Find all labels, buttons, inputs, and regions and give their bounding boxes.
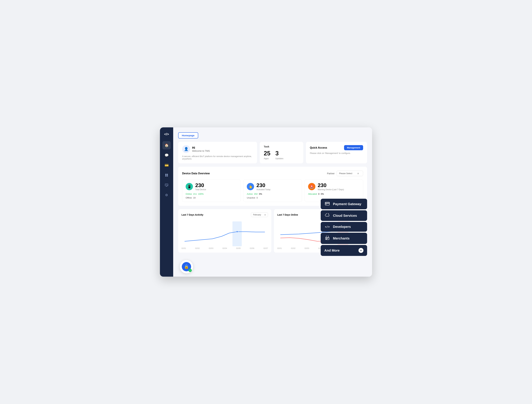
task-updates-count: 3 bbox=[275, 150, 283, 157]
welcome-hi: Hi bbox=[192, 146, 210, 150]
svg-rect-13 bbox=[326, 238, 327, 239]
welcome-subtitle: Welcome to TMS bbox=[192, 150, 210, 152]
task-updates: 3 Updates bbox=[275, 150, 283, 160]
svg-rect-15 bbox=[326, 239, 327, 240]
sidebar: </> 🏠 💬 💳 ⚙ bbox=[160, 127, 173, 277]
device-overview-header: Device Data Overview Partner Please Sele… bbox=[182, 171, 363, 176]
sidebar-item-card[interactable]: 💳 bbox=[162, 161, 171, 169]
svg-rect-3 bbox=[167, 175, 168, 176]
cloud-services-label: Cloud Services bbox=[333, 214, 357, 218]
device-stat-total: 📱 230 Total Device Online 211 100% bbox=[182, 180, 241, 202]
task-apps-label: Apps bbox=[264, 157, 270, 160]
sidebar-logo: </> bbox=[163, 131, 171, 138]
developers-icon: </> bbox=[324, 225, 330, 228]
activated-icon: 👆 bbox=[247, 183, 254, 190]
activity-x-labels: 02/01 02/02 02/03 02/04 02/05 02/06 02/0… bbox=[182, 247, 268, 249]
activity-chart-card: Last 7 Days Activity February ∧ bbox=[178, 209, 271, 253]
x-label-0203: 02/03 bbox=[209, 247, 214, 249]
device-stat-warning: 🚨 230 Warning Device (Last 7 Days) Alloc… bbox=[305, 180, 363, 202]
overlay-cloud-services[interactable]: Cloud Services bbox=[321, 210, 367, 221]
payment-gateway-label: Payment Gateway bbox=[333, 202, 361, 206]
active-count: 202 bbox=[254, 193, 258, 195]
active-stat: Active 202 0% bbox=[247, 193, 262, 195]
activity-month-text: February bbox=[253, 214, 261, 216]
user-avatar: 👤 bbox=[182, 145, 190, 153]
merchants-icon bbox=[324, 236, 330, 241]
warning-label: Warning Device (Last 7 Days) bbox=[318, 188, 344, 191]
lock-icon: 🔒 ✓ bbox=[182, 262, 191, 271]
unactive-stat: Unactive 0 bbox=[247, 197, 258, 199]
task-apps: 25 Apps bbox=[264, 150, 270, 160]
svg-rect-14 bbox=[327, 238, 328, 239]
sidebar-item-settings[interactable]: ⚙ bbox=[162, 191, 171, 199]
welcome-header: 👤 Hi Welcome to TMS bbox=[182, 145, 253, 153]
activity-chart-area bbox=[182, 220, 268, 246]
activity-month-select[interactable]: February ∧ bbox=[251, 212, 268, 217]
x-label-0202: 02/02 bbox=[195, 247, 200, 249]
ol-x-label-0202: 02/02 bbox=[291, 247, 296, 249]
svg-rect-0 bbox=[165, 174, 166, 175]
sidebar-item-grid[interactable] bbox=[162, 171, 171, 179]
overlay-developers[interactable]: </> Developers bbox=[321, 222, 367, 232]
svg-rect-9 bbox=[325, 202, 329, 205]
unactive-count: 0 bbox=[257, 197, 258, 199]
svg-rect-10 bbox=[325, 203, 329, 204]
partner-select-text: Please Select bbox=[339, 172, 352, 175]
partner-label: Partner bbox=[327, 172, 335, 175]
warning-count: 230 bbox=[318, 182, 344, 188]
quick-access-description: Please click on 'Management' to configur… bbox=[310, 152, 363, 154]
allocated-stat: Allocated 0 0% bbox=[308, 193, 324, 195]
online-count: 211 bbox=[193, 193, 197, 195]
active-label: Active bbox=[247, 193, 253, 195]
allocated-sub: Allocated 0 0% bbox=[308, 193, 360, 195]
svg-rect-6 bbox=[233, 221, 242, 246]
device-stat-activated: 👆 230 Activated Today Active 202 0% bbox=[243, 180, 302, 202]
device-stat-total-header: 📱 230 Total Device bbox=[186, 182, 237, 191]
x-label-0204: 02/04 bbox=[222, 247, 227, 249]
lock-badge[interactable]: 🔒 ✓ bbox=[180, 260, 193, 273]
svg-rect-1 bbox=[167, 174, 168, 175]
total-device-label: Total Device bbox=[195, 188, 206, 191]
and-more-plus-icon: + bbox=[359, 248, 363, 253]
management-button[interactable]: Management bbox=[344, 145, 363, 150]
payment-gateway-icon bbox=[324, 202, 330, 206]
activity-chart-title: Last 7 Days Activity bbox=[182, 213, 203, 216]
main-content: Homepage 👤 Hi Welcome to TMS A secure, e… bbox=[173, 127, 372, 277]
offline-count: 19 bbox=[193, 197, 195, 199]
offline-stat: Offline 19 bbox=[186, 197, 196, 199]
total-device-sub: Online 211 100% bbox=[186, 193, 237, 195]
svg-point-7 bbox=[236, 231, 238, 232]
ol-x-label-0203: 02/03 bbox=[305, 247, 309, 249]
activated-count: 230 bbox=[256, 182, 271, 188]
tab-bar: Homepage bbox=[178, 132, 367, 139]
partner-select[interactable]: Please Select ∧ bbox=[337, 171, 363, 176]
task-title: Task bbox=[264, 145, 299, 148]
device-overview-title: Device Data Overview bbox=[182, 172, 210, 175]
sidebar-item-monitor[interactable] bbox=[162, 181, 171, 189]
sidebar-item-chat[interactable]: 💬 bbox=[162, 151, 171, 159]
top-cards-row: 👤 Hi Welcome to TMS A secure, efficient … bbox=[178, 142, 367, 163]
online-label: Online bbox=[186, 193, 192, 195]
task-stats: 25 Apps 3 Updates bbox=[264, 150, 299, 160]
offline-stat-row: Offline 19 bbox=[186, 197, 237, 199]
welcome-description: A secure, efficient BIoT platform for re… bbox=[182, 155, 253, 160]
overlay-and-more[interactable]: And More + bbox=[321, 245, 367, 256]
overlay-merchants[interactable]: Merchants bbox=[321, 233, 367, 244]
allocated-label: Allocated bbox=[308, 193, 317, 195]
welcome-card: 👤 Hi Welcome to TMS A secure, efficient … bbox=[178, 142, 257, 163]
total-device-count: 230 bbox=[195, 182, 206, 188]
overlay-payment-gateway[interactable]: Payment Gateway bbox=[321, 199, 367, 209]
merchants-label: Merchants bbox=[333, 237, 349, 240]
total-device-icon: 📱 bbox=[186, 183, 193, 190]
overlay-menu: Payment Gateway Cloud Services </> Devel… bbox=[321, 199, 367, 256]
chevron-down-icon: ∧ bbox=[357, 172, 359, 175]
cloud-services-icon bbox=[324, 213, 330, 218]
activated-sub: Active 202 0% bbox=[247, 193, 298, 195]
quick-access-header: Quick Access Management bbox=[310, 145, 363, 150]
ol-x-label-0201: 02/01 bbox=[277, 247, 282, 249]
tab-homepage[interactable]: Homepage bbox=[178, 132, 198, 139]
svg-rect-11 bbox=[326, 204, 327, 205]
sidebar-item-home[interactable]: 🏠 bbox=[162, 141, 171, 149]
x-label-0206: 02/06 bbox=[250, 247, 254, 249]
x-label-0201: 02/01 bbox=[182, 247, 186, 249]
